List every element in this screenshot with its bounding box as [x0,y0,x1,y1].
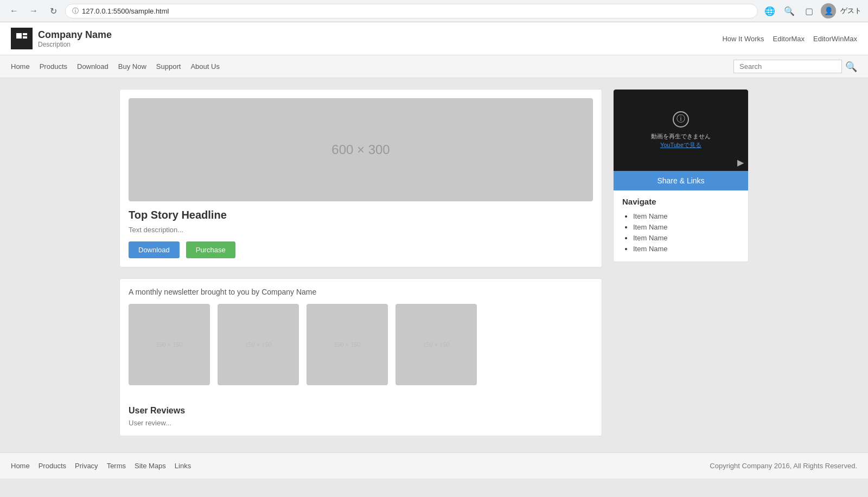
nav-item-4-link[interactable]: Item Name [633,245,668,253]
navigate-title: Navigate [622,197,739,206]
company-desc: Description [38,41,112,48]
youtube-icon: ▶ [737,157,744,168]
video-placeholder: ⓘ 動画を再生できません YouTubeで見る ▶ [614,90,748,171]
story-headline: Top Story Headline [129,209,593,221]
nav-home[interactable]: Home [11,62,30,71]
video-error-icon: ⓘ [673,111,689,128]
browser-toolbar: ← → ↻ ⓘ 127.0.0.1:5500/sample.html 🌐 🔍 ▢… [0,0,868,22]
newsletter-image-1: 150 × 150 [129,304,210,385]
sidebar: ⓘ 動画を再生できません YouTubeで見る ▶ Share & Links … [613,89,749,436]
company-brand: Company Name Description [11,28,112,49]
youtube-link[interactable]: YouTubeで見る [660,142,701,148]
footer-products[interactable]: Products [39,462,66,470]
nav-item-1: Item Name [633,212,739,220]
footer-privacy[interactable]: Privacy [75,462,98,470]
tab-icon[interactable]: ▢ [801,3,816,18]
company-name: Company Name [38,29,112,41]
company-logo [11,28,33,49]
main-content: 600 × 300 Top Story Headline Text descri… [119,89,602,436]
lock-icon: ⓘ [72,7,79,16]
svg-rect-2 [23,36,27,39]
page-body: 600 × 300 Top Story Headline Text descri… [108,89,760,436]
nav-buy-now[interactable]: Buy Now [118,62,146,71]
forward-button[interactable]: → [26,3,41,18]
profile-button[interactable]: 👤 [821,3,836,18]
newsletter-image-3: 150 × 150 [307,304,388,385]
newsletter-images: 150 × 150 150 × 150 150 × 150 150 × 150 [129,304,593,393]
editor-max-link[interactable]: EditorMax [773,35,805,43]
footer-copyright: Copyright Company 2016, All Rights Reser… [710,462,857,470]
nav-download[interactable]: Download [77,62,108,71]
main-layout: 600 × 300 Top Story Headline Text descri… [119,89,749,436]
url-text: 127.0.0.1:5500/sample.html [82,7,169,15]
purchase-button[interactable]: Purchase [186,241,235,258]
user-reviews-section: User Reviews User review... [129,402,593,427]
browser-chrome: ← → ↻ ⓘ 127.0.0.1:5500/sample.html 🌐 🔍 ▢… [0,0,868,22]
nav-item-3-link[interactable]: Item Name [633,234,668,242]
video-error-message: 動画を再生できません [651,133,711,139]
navigate-list: Item Name Item Name Item Name Item Name [622,212,739,253]
footer-terms[interactable]: Terms [107,462,126,470]
newsletter-image-4: 150 × 150 [395,304,477,385]
nav-links: Home Products Download Buy Now Support A… [11,62,220,71]
header-nav: How It Works EditorMax EditorWinMax [722,35,857,43]
video-error-text: 動画を再生できません YouTubeで見る [651,132,711,150]
navigate-section: Navigate Item Name Item Name Item Name I… [614,190,748,262]
footer-links: Home Products Privacy Terms Site Maps Li… [11,462,191,470]
footer-links[interactable]: Links [175,462,191,470]
search-area: 🔍 [733,60,857,73]
nav-products[interactable]: Products [40,62,67,71]
reviews-title: User Reviews [129,406,593,416]
search-input[interactable] [733,60,842,73]
newsletter-title: A monthly newsletter brought to you by C… [129,288,593,296]
action-buttons: Download Purchase [129,241,593,258]
nav-bar: Home Products Download Buy Now Support A… [0,55,868,78]
reviews-text: User review... [129,419,593,427]
search-icon[interactable]: 🔍 [782,3,797,18]
how-it-works-link[interactable]: How It Works [722,35,764,43]
footer-home[interactable]: Home [11,462,30,470]
image-size-label: 600 × 300 [331,142,390,157]
story-description: Text description... [129,226,593,234]
main-image-placeholder: 600 × 300 [129,98,593,201]
site-footer: Home Products Privacy Terms Site Maps Li… [0,453,868,479]
nav-about-us[interactable]: About Us [190,62,219,71]
search-submit-icon[interactable]: 🔍 [845,61,857,73]
share-links-button[interactable]: Share & Links [614,171,748,190]
sidebar-card: ⓘ 動画を再生できません YouTubeで見る ▶ Share & Links … [613,89,749,262]
nav-item-3: Item Name [633,233,739,242]
guest-label: ゲスト [840,6,861,16]
top-card: 600 × 300 Top Story Headline Text descri… [119,89,602,267]
address-bar[interactable]: ⓘ 127.0.0.1:5500/sample.html [65,4,758,18]
nav-item-2-link[interactable]: Item Name [633,223,668,231]
newsletter-card: A monthly newsletter brought to you by C… [119,278,602,436]
editor-win-max-link[interactable]: EditorWinMax [813,35,857,43]
nav-item-1-link[interactable]: Item Name [633,212,668,220]
nav-support[interactable]: Support [156,62,181,71]
nav-item-2: Item Name [633,222,739,231]
browser-right-icons: 🌐 🔍 ▢ 👤 ゲスト [762,3,861,18]
nav-item-4: Item Name [633,244,739,253]
site-header: Company Name Description How It Works Ed… [0,22,868,55]
back-button[interactable]: ← [7,3,22,18]
reload-button[interactable]: ↻ [46,3,61,18]
footer-site-maps[interactable]: Site Maps [135,462,166,470]
download-button[interactable]: Download [129,241,180,258]
translate-icon[interactable]: 🌐 [762,3,777,18]
svg-rect-1 [23,33,27,35]
newsletter-image-2: 150 × 150 [218,304,299,385]
svg-rect-0 [16,33,22,39]
